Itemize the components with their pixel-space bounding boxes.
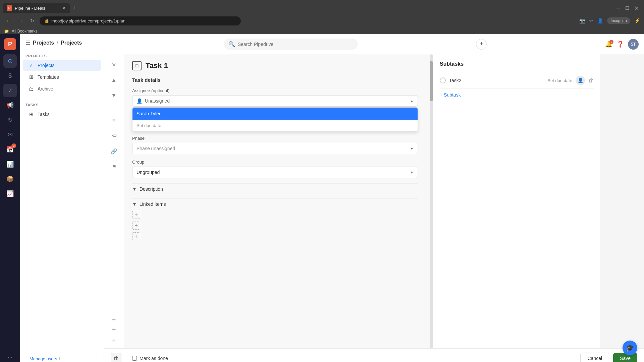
linked-arrow[interactable]: ▼	[132, 201, 137, 207]
sidebar: ☰ Projects / Projects PROJECTS ✓ Project…	[20, 34, 104, 362]
mark-done-checkbox[interactable]	[132, 356, 137, 361]
panel-plus-2[interactable]: +	[112, 326, 116, 334]
assignee-value: Unassigned	[145, 98, 170, 104]
subtask-item: Task2 Set due date 👤 🗑	[440, 72, 594, 89]
browser-tab[interactable]: P Pipeline - Deals ✕	[3, 3, 70, 13]
mark-done-area: Mark as done	[132, 356, 168, 361]
nav-calendar-icon[interactable]: 📅 2	[3, 143, 17, 156]
description-arrow[interactable]: ▼	[132, 186, 137, 192]
app-logo[interactable]: P	[4, 38, 16, 50]
close-window-button[interactable]: ✕	[633, 4, 640, 13]
description-section: ▼ Description	[132, 183, 418, 194]
nav-deals-icon[interactable]: $	[3, 69, 17, 82]
new-tab-button[interactable]: +	[70, 3, 80, 14]
lock-icon: 🔒	[44, 18, 49, 23]
linked-plus-3[interactable]: +	[132, 232, 140, 240]
app-container: P ⊙ $ ✓ 📢 ↻ ✉ 📅 2 📊 📦 📈 ··· ☰ Projects /…	[0, 34, 644, 362]
assignee-dropdown-menu: Sarah Tyler Set due date	[132, 107, 418, 132]
subtask-checkbox[interactable]	[440, 77, 446, 83]
panel-plus-3[interactable]: +	[112, 337, 116, 344]
help-widget[interactable]: 🎓	[623, 341, 637, 355]
linked-add-2: +	[132, 220, 418, 231]
assignee-option-sarah[interactable]: Sarah Tyler	[132, 108, 418, 120]
bookmarks-bar[interactable]: All Bookmarks	[12, 29, 38, 34]
notification-badge: 2	[609, 40, 613, 44]
camera-icon[interactable]: 📷	[579, 18, 585, 23]
toolbar-icons: 📷 ☆ 👤 Incognito ⚡	[579, 17, 640, 24]
panel-list-icon[interactable]: ≡	[108, 114, 120, 127]
incognito-badge: Incognito	[607, 17, 630, 24]
manage-users-label: Manage users	[30, 356, 57, 361]
nav-analytics-icon[interactable]: 📈	[3, 187, 17, 200]
panel-up-icon[interactable]: ▲	[108, 74, 120, 86]
panel-link-icon[interactable]: 🔗	[108, 145, 120, 158]
save-button[interactable]: Save	[613, 353, 637, 362]
tasks-section-label: TASKS	[20, 100, 104, 108]
nav-reports-icon[interactable]: 📊	[3, 158, 17, 171]
extensions-icon[interactable]: ⚡	[634, 18, 640, 23]
delete-task-button[interactable]: 🗑	[111, 353, 121, 362]
forward-button[interactable]: →	[16, 17, 25, 25]
nav-projects-icon[interactable]: ✓	[3, 84, 17, 97]
help-icon[interactable]: ❓	[616, 41, 624, 48]
subtask-due-date[interactable]: Set due date	[547, 78, 572, 83]
address-bar[interactable]: 🔒 moodjoy.pipedrive.com/projects/1/plan	[40, 16, 241, 25]
task-title: Task 1	[146, 61, 168, 70]
notification-icon[interactable]: 🔔 2	[605, 41, 612, 48]
bottom-bar: 🗑 Mark as done Cancel Save	[104, 348, 644, 362]
assignee-label: Assignee (optional)	[132, 88, 418, 93]
linked-plus-1[interactable]: +	[132, 211, 140, 219]
task-detail-panel: □ Task 1 Task details Assignee (optional…	[124, 54, 433, 348]
templates-icon: ⊞	[28, 74, 34, 80]
linked-add-1: +	[132, 209, 418, 220]
back-button[interactable]: ←	[4, 17, 13, 25]
linked-section: ▼ Linked items + + +	[132, 194, 418, 246]
scrollbar[interactable]	[430, 54, 433, 348]
nav-marketing-icon[interactable]: 📢	[3, 99, 17, 112]
sidebar-header: ☰ Projects / Projects	[20, 34, 104, 49]
nav-home-icon[interactable]: ⊙	[3, 54, 17, 68]
assignee-due-date[interactable]: Set due date	[132, 120, 418, 131]
tasks-icon: ⊞	[28, 111, 34, 117]
nav-products-icon[interactable]: 📦	[3, 172, 17, 186]
task-icon: □	[132, 61, 142, 70]
panel-plus-1[interactable]: +	[112, 316, 116, 323]
bookmark-icon[interactable]: ☆	[589, 18, 593, 23]
subtask-assign-icon[interactable]: 👤	[576, 76, 585, 85]
reload-button[interactable]: ↻	[28, 17, 36, 25]
search-input[interactable]	[238, 42, 353, 47]
panel-flag-icon[interactable]: ⚑	[108, 160, 120, 173]
projects-section-label: PROJECTS	[20, 51, 104, 59]
sidebar-item-tasks[interactable]: ⊞ Tasks	[23, 109, 101, 120]
cancel-button[interactable]: Cancel	[580, 353, 609, 362]
assignee-group: Assignee (optional) 👤 Unassigned ▲ Sarah…	[132, 88, 418, 107]
phase-select[interactable]: Phase unassigned ▼	[132, 143, 418, 154]
profile-icon[interactable]: 👤	[597, 18, 603, 23]
sidebar-menu-icon[interactable]: ☰	[25, 40, 30, 46]
sidebar-item-archive[interactable]: 🗂 Archive	[23, 83, 101, 95]
panel-down-icon[interactable]: ▼	[108, 89, 120, 102]
nav-more-icon[interactable]: ···	[3, 351, 17, 362]
sidebar-more-button[interactable]: ···	[90, 354, 100, 362]
assignee-trigger[interactable]: 👤 Unassigned ▲	[132, 95, 418, 107]
linked-plus-2[interactable]: +	[132, 222, 140, 230]
panel-close-icon[interactable]: ✕	[108, 58, 120, 71]
user-avatar[interactable]: ST	[628, 39, 639, 50]
add-button[interactable]: +	[476, 39, 487, 50]
search-bar[interactable]: 🔍	[224, 39, 358, 50]
group-select[interactable]: Ungrouped ▼	[132, 167, 418, 178]
sidebar-item-projects[interactable]: ✓ Projects	[23, 60, 101, 71]
window-controls: ─ □ ✕	[611, 4, 644, 13]
manage-users-link[interactable]: Manage users ℹ	[24, 352, 66, 362]
linked-add-3: +	[132, 231, 418, 242]
sidebar-item-templates[interactable]: ⊞ Templates	[23, 71, 101, 83]
maximize-button[interactable]: □	[624, 4, 630, 12]
add-subtask-button[interactable]: + Subtask	[440, 89, 594, 101]
nav-activity-icon[interactable]: ↻	[3, 113, 17, 127]
minimize-button[interactable]: ─	[615, 4, 622, 12]
nav-mail-icon[interactable]: ✉	[3, 128, 17, 141]
assignee-dropdown[interactable]: 👤 Unassigned ▲ Sarah Tyler Set due date	[132, 95, 418, 107]
tab-close-button[interactable]: ✕	[62, 6, 66, 11]
panel-tag-icon[interactable]: 🏷	[108, 129, 120, 142]
subtask-delete-icon[interactable]: 🗑	[588, 77, 594, 83]
